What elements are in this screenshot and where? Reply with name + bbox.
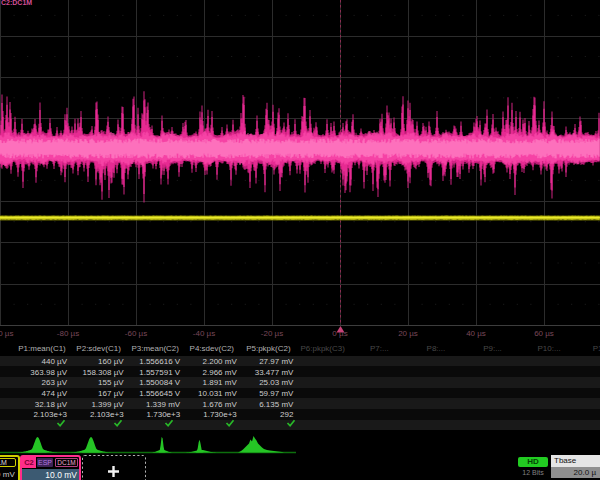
svg-text:60 µs: 60 µs <box>534 329 554 338</box>
svg-text:20 µs: 20 µs <box>398 329 418 338</box>
svg-text:-20 µs: -20 µs <box>261 329 283 338</box>
svg-text:-100 µs: -100 µs <box>0 329 13 338</box>
svg-text:-40 µs: -40 µs <box>193 329 215 338</box>
svg-text:40 µs: 40 µs <box>466 329 486 338</box>
svg-text:-80 µs: -80 µs <box>57 329 79 338</box>
svg-text:C2:DC1M: C2:DC1M <box>1 0 32 6</box>
svg-text:0 µs: 0 µs <box>332 329 347 338</box>
svg-text:-60 µs: -60 µs <box>125 329 147 338</box>
